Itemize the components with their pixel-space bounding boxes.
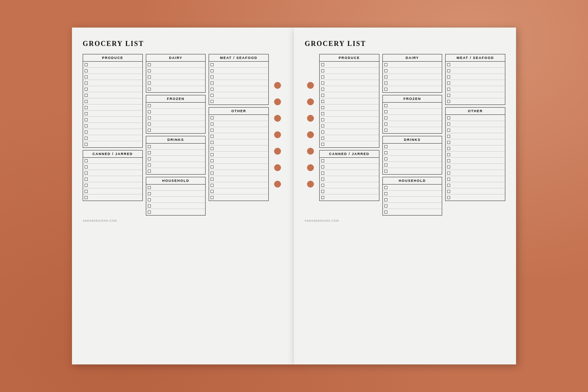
checkbox[interactable]	[447, 116, 450, 119]
checkbox[interactable]	[447, 184, 450, 187]
checkbox[interactable]	[85, 137, 88, 140]
checkbox[interactable]	[384, 145, 387, 148]
checkbox[interactable]	[384, 104, 387, 107]
checkbox[interactable]	[211, 172, 214, 175]
checkbox[interactable]	[85, 172, 88, 175]
checkbox[interactable]	[384, 163, 387, 167]
checkbox[interactable]	[321, 100, 324, 103]
checkbox[interactable]	[148, 88, 151, 91]
checkbox[interactable]	[148, 63, 151, 66]
checkbox[interactable]	[321, 165, 324, 168]
checkbox[interactable]	[447, 159, 450, 162]
checkbox[interactable]	[321, 143, 324, 146]
checkbox[interactable]	[85, 112, 88, 115]
checkbox[interactable]	[384, 82, 387, 85]
checkbox[interactable]	[384, 122, 387, 126]
checkbox[interactable]	[85, 143, 88, 146]
checkbox[interactable]	[85, 88, 88, 91]
checkbox[interactable]	[384, 157, 387, 160]
checkbox[interactable]	[447, 69, 450, 72]
checkbox[interactable]	[211, 63, 214, 66]
checkbox[interactable]	[321, 190, 324, 193]
checkbox[interactable]	[384, 186, 387, 189]
checkbox[interactable]	[447, 63, 450, 66]
checkbox[interactable]	[85, 196, 88, 199]
checkbox[interactable]	[148, 157, 151, 160]
checkbox[interactable]	[148, 69, 151, 72]
checkbox[interactable]	[148, 170, 151, 173]
checkbox[interactable]	[447, 190, 450, 193]
checkbox[interactable]	[148, 198, 151, 201]
checkbox[interactable]	[85, 165, 88, 168]
checkbox[interactable]	[384, 116, 387, 119]
checkbox[interactable]	[384, 198, 387, 201]
checkbox[interactable]	[447, 178, 450, 181]
checkbox[interactable]	[211, 88, 214, 91]
checkbox[interactable]	[85, 190, 88, 193]
checkbox[interactable]	[447, 88, 450, 91]
checkbox[interactable]	[85, 159, 88, 162]
checkbox[interactable]	[85, 69, 88, 72]
checkbox[interactable]	[85, 75, 88, 78]
checkbox[interactable]	[321, 196, 324, 199]
checkbox[interactable]	[148, 186, 151, 189]
checkbox[interactable]	[384, 63, 387, 66]
checkbox[interactable]	[85, 100, 88, 103]
checkbox[interactable]	[85, 131, 88, 134]
checkbox[interactable]	[321, 178, 324, 181]
checkbox[interactable]	[148, 129, 151, 132]
checkbox[interactable]	[211, 75, 214, 78]
checkbox[interactable]	[384, 129, 387, 132]
checkbox[interactable]	[148, 110, 151, 113]
checkbox[interactable]	[211, 196, 214, 199]
checkbox[interactable]	[321, 75, 324, 78]
checkbox[interactable]	[211, 159, 214, 162]
checkbox[interactable]	[211, 141, 214, 144]
checkbox[interactable]	[447, 129, 450, 132]
checkbox[interactable]	[211, 94, 214, 97]
checkbox[interactable]	[321, 159, 324, 162]
checkbox[interactable]	[211, 100, 214, 103]
checkbox[interactable]	[85, 124, 88, 127]
checkbox[interactable]	[85, 82, 88, 85]
checkbox[interactable]	[85, 106, 88, 109]
checkbox[interactable]	[321, 184, 324, 187]
checkbox[interactable]	[447, 141, 450, 144]
checkbox[interactable]	[148, 75, 151, 78]
checkbox[interactable]	[321, 63, 324, 66]
checkbox[interactable]	[211, 122, 214, 126]
checkbox[interactable]	[148, 211, 151, 214]
checkbox[interactable]	[211, 135, 214, 138]
checkbox[interactable]	[447, 94, 450, 97]
checkbox[interactable]	[148, 82, 151, 85]
checkbox[interactable]	[148, 116, 151, 119]
checkbox[interactable]	[321, 88, 324, 91]
checkbox[interactable]	[211, 69, 214, 72]
checkbox[interactable]	[211, 190, 214, 193]
checkbox[interactable]	[321, 131, 324, 134]
checkbox[interactable]	[447, 196, 450, 199]
checkbox[interactable]	[384, 211, 387, 214]
checkbox[interactable]	[321, 118, 324, 121]
checkbox[interactable]	[384, 204, 387, 207]
checkbox[interactable]	[447, 75, 450, 78]
checkbox[interactable]	[321, 106, 324, 109]
checkbox[interactable]	[148, 204, 151, 207]
checkbox[interactable]	[211, 165, 214, 168]
checkbox[interactable]	[85, 63, 88, 66]
checkbox[interactable]	[211, 153, 214, 156]
checkbox[interactable]	[384, 69, 387, 72]
checkbox[interactable]	[321, 112, 324, 115]
checkbox[interactable]	[211, 147, 214, 150]
checkbox[interactable]	[85, 184, 88, 187]
checkbox[interactable]	[447, 100, 450, 103]
checkbox[interactable]	[447, 165, 450, 168]
checkbox[interactable]	[85, 118, 88, 121]
checkbox[interactable]	[447, 135, 450, 138]
checkbox[interactable]	[148, 192, 151, 195]
checkbox[interactable]	[447, 147, 450, 150]
checkbox[interactable]	[211, 82, 214, 85]
checkbox[interactable]	[321, 124, 324, 127]
checkbox[interactable]	[148, 104, 151, 107]
checkbox[interactable]	[384, 75, 387, 78]
